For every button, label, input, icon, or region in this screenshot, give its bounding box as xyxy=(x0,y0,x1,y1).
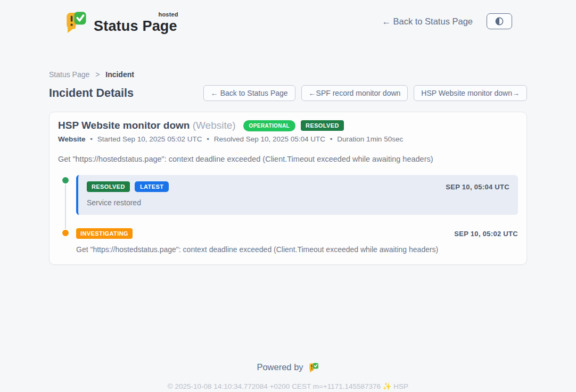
resolved-status-badge: RESOLVED xyxy=(301,120,344,131)
brand-superscript: hosted xyxy=(159,12,178,18)
breadcrumb-incident: Incident xyxy=(105,70,134,79)
timeline-timestamp: SEP 10, 05:04 UTC xyxy=(446,183,509,191)
back-to-status-page-button[interactable]: ← Back to Status Page xyxy=(203,85,295,101)
breadcrumb: Status Page > Incident xyxy=(49,70,527,79)
powered-by-label: Powered by xyxy=(257,362,303,372)
incident-service: Website xyxy=(58,135,86,143)
breadcrumb-status-page-link[interactable]: Status Page xyxy=(49,70,89,79)
theme-toggle-button[interactable] xyxy=(487,13,512,29)
timeline-resolved-badge: RESOLVED xyxy=(87,181,130,192)
timeline-dot-green-icon xyxy=(61,176,70,185)
timeline-timestamp: SEP 10, 05:02 UTC xyxy=(454,230,518,238)
incident-title: HSP Website monitor down (Website) xyxy=(58,120,236,131)
next-incident-button[interactable]: HSP Website monitor down→ xyxy=(414,85,527,101)
timeline-message: Service restored xyxy=(87,198,509,207)
timeline-item-resolved: RESOLVED LATEST SEP 10, 05:04 UTC Servic… xyxy=(61,175,518,215)
incident-card: HSP Website monitor down (Website) OPERA… xyxy=(49,112,527,265)
incident-timeline: RESOLVED LATEST SEP 10, 05:04 UTC Servic… xyxy=(61,175,518,254)
prev-incident-button[interactable]: ←SPF record monitor down xyxy=(301,85,408,101)
timeline-item-investigating: INVESTIGATING SEP 10, 05:02 UTC Get "htt… xyxy=(61,228,518,254)
incident-nav-buttons: ← Back to Status Page ←SPF record monito… xyxy=(203,85,527,101)
status-bubble-icon xyxy=(64,9,88,34)
brand-name: Status Page hosted xyxy=(94,14,177,34)
breadcrumb-separator: > xyxy=(95,70,100,79)
incident-meta: Website • Started Sep 10, 2025 05:02 UTC… xyxy=(58,135,518,143)
operational-status-badge: OPERATIONAL xyxy=(243,120,295,131)
footer: Powered by © 2025-10-08 14:10:34.772084 … xyxy=(0,362,576,390)
timeline-message: Get "https://hostedstatus.page": context… xyxy=(76,245,518,254)
brand-logo: Status Page hosted xyxy=(64,9,177,34)
main-content: Status Page > Incident Incident Details … xyxy=(49,70,527,265)
status-bubble-small-icon xyxy=(308,362,319,373)
half-circle-contrast-icon xyxy=(494,16,505,27)
timeline-investigating-badge: INVESTIGATING xyxy=(76,228,133,239)
incident-scope: (Website) xyxy=(193,120,236,131)
timeline-dot-orange-icon xyxy=(61,229,70,237)
timeline-latest-badge: LATEST xyxy=(135,181,169,192)
copyright-text: © 2025-10-08 14:10:34.772084 +0200 CEST … xyxy=(0,382,576,390)
header-back-to-status-page-link[interactable]: ← Back to Status Page xyxy=(382,16,473,27)
timeline-latest-update-box: RESOLVED LATEST SEP 10, 05:04 UTC Servic… xyxy=(76,175,518,215)
incident-duration: Duration 1min 50sec xyxy=(337,135,403,143)
incident-resolved: Resolved Sep 10, 2025 05:04 UTC xyxy=(214,135,325,143)
header: Status Page hosted ← Back to Status Page xyxy=(64,7,512,35)
powered-by-link[interactable]: Powered by xyxy=(257,362,319,373)
page-title: Incident Details xyxy=(49,87,134,100)
incident-description: Get "https://hostedstatus.page": context… xyxy=(58,155,518,163)
incident-started: Started Sep 10, 2025 05:02 UTC xyxy=(97,135,202,143)
